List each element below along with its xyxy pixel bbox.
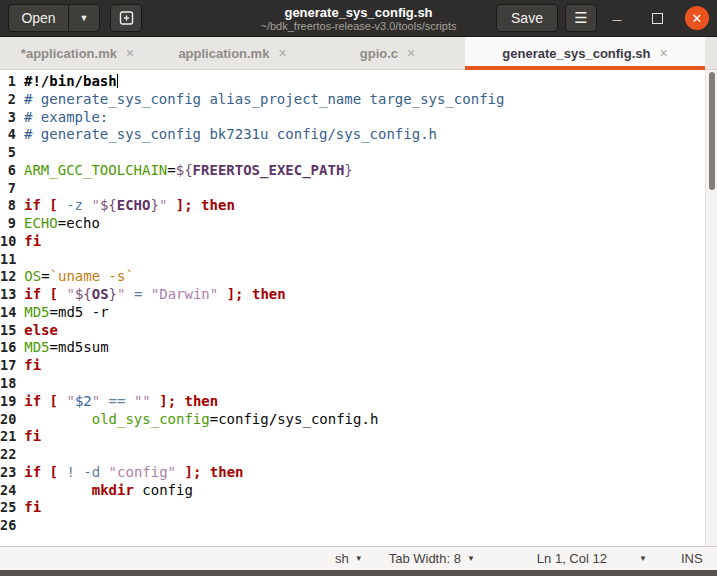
- code-line[interactable]: 24 mkdir config: [0, 482, 705, 500]
- code-line[interactable]: 14MD5=md5 -r: [0, 304, 705, 322]
- code-line[interactable]: 1#!/bin/bash: [0, 73, 705, 91]
- code-text: old_sys_config=config/sys_config.h: [16, 411, 378, 429]
- code-text: ECHO=echo: [16, 215, 100, 233]
- code-line[interactable]: 11: [0, 251, 705, 269]
- maximize-button[interactable]: [637, 13, 677, 24]
- tab-close-icon[interactable]: ×: [407, 45, 415, 61]
- new-document-icon: [119, 10, 134, 26]
- open-button[interactable]: Open: [8, 4, 68, 32]
- tab-close-icon[interactable]: ×: [278, 45, 286, 61]
- code-text: [16, 446, 24, 464]
- tab-label: application.mk: [178, 46, 269, 61]
- insert-mode-label: INS: [681, 551, 703, 566]
- editor-wrap: 1#!/bin/bash2# generate_sys_config alias…: [0, 70, 717, 546]
- code-line[interactable]: 22: [0, 446, 705, 464]
- goto-line-dropdown[interactable]: ▼: [639, 554, 647, 563]
- code-line[interactable]: 9ECHO=echo: [0, 215, 705, 233]
- code-line[interactable]: 13if [ "${OS}" = "Darwin" ]; then: [0, 286, 705, 304]
- status-bar: sh ▼ Tab Width: 8 ▼ Ln 1, Col 12 ▼ INS: [0, 546, 717, 570]
- open-button-group: Open ▼: [8, 4, 100, 32]
- code-line[interactable]: 3# example:: [0, 109, 705, 127]
- line-number: 26: [0, 517, 16, 535]
- code-editor[interactable]: 1#!/bin/bash2# generate_sys_config alias…: [0, 70, 705, 546]
- line-number: 3: [0, 109, 16, 127]
- gedit-window: Open ▼ generate_sys_config.sh ~/bdk_free…: [0, 0, 717, 576]
- line-number: 9: [0, 215, 16, 233]
- code-text: [16, 251, 24, 269]
- open-dropdown-button[interactable]: ▼: [68, 4, 100, 32]
- language-label: sh: [335, 551, 349, 566]
- line-number: 19: [0, 393, 16, 411]
- code-text: fi: [16, 357, 41, 375]
- line-number: 10: [0, 233, 16, 251]
- code-line[interactable]: 4# generate_sys_config bk7231u config/sy…: [0, 126, 705, 144]
- code-line[interactable]: 16MD5=md5sum: [0, 339, 705, 357]
- tab-width-label: Tab Width: 8: [389, 551, 461, 566]
- code-line[interactable]: 15else: [0, 322, 705, 340]
- line-number: 17: [0, 357, 16, 375]
- tab-label: *application.mk: [21, 46, 117, 61]
- code-text: else: [16, 322, 58, 340]
- chevron-down-icon: ▼: [467, 554, 475, 563]
- cursor-position[interactable]: Ln 1, Col 12: [537, 551, 607, 566]
- code-text: [16, 180, 24, 198]
- code-line[interactable]: 2# generate_sys_config alias_project_nam…: [0, 91, 705, 109]
- code-line[interactable]: 21fi: [0, 428, 705, 446]
- minimize-button[interactable]: ＿: [597, 9, 637, 27]
- tab-bar: *application.mk×application.mk×gpio.c×ge…: [0, 37, 717, 70]
- tab-generate-sys-config-sh[interactable]: generate_sys_config.sh×: [465, 37, 705, 69]
- code-line[interactable]: 12OS=`uname -s`: [0, 268, 705, 286]
- line-number: 24: [0, 482, 16, 500]
- code-text: mkdir config: [16, 482, 193, 500]
- chevron-down-icon: ▼: [80, 13, 89, 23]
- code-line[interactable]: 8if [ -z "${ECHO}" ]; then: [0, 197, 705, 215]
- window-subtitle: ~/bdk_freertos-release-v3.0/tools/script…: [261, 20, 457, 33]
- code-line[interactable]: 5: [0, 144, 705, 162]
- code-line[interactable]: 23if [ ! -d "config" ]; then: [0, 464, 705, 482]
- titlebar-right: Save ☰ ＿ ✕: [496, 4, 717, 32]
- line-number: 15: [0, 322, 16, 340]
- line-number: 16: [0, 339, 16, 357]
- code-line[interactable]: 10fi: [0, 233, 705, 251]
- save-button[interactable]: Save: [496, 4, 558, 32]
- code-line[interactable]: 19if [ "$2" == "" ]; then: [0, 393, 705, 411]
- line-number: 20: [0, 411, 16, 429]
- text-cursor: [117, 74, 118, 88]
- code-line[interactable]: 7: [0, 180, 705, 198]
- line-number: 8: [0, 197, 16, 215]
- scrollbar-thumb[interactable]: [709, 72, 715, 190]
- close-icon: ✕: [692, 11, 703, 26]
- chevron-down-icon: ▼: [355, 554, 363, 563]
- line-number: 7: [0, 180, 16, 198]
- tab--application-mk[interactable]: *application.mk×: [0, 37, 155, 69]
- new-document-button[interactable]: [110, 4, 142, 32]
- code-text: fi: [16, 233, 41, 251]
- tab-close-icon[interactable]: ×: [659, 45, 667, 61]
- code-text: ARM_GCC_TOOLCHAIN=${FREERTOS_EXEC_PATH}: [16, 162, 353, 180]
- code-line[interactable]: 6ARM_GCC_TOOLCHAIN=${FREERTOS_EXEC_PATH}: [0, 162, 705, 180]
- tab-close-icon[interactable]: ×: [126, 45, 134, 61]
- vertical-scrollbar[interactable]: [705, 70, 717, 546]
- code-line[interactable]: 20 old_sys_config=config/sys_config.h: [0, 411, 705, 429]
- insert-mode-indicator: INS: [681, 551, 703, 566]
- line-number: 22: [0, 446, 16, 464]
- tab-application-mk[interactable]: application.mk×: [155, 37, 310, 69]
- line-number: 13: [0, 286, 16, 304]
- code-text: # generate_sys_config bk7231u config/sys…: [16, 126, 437, 144]
- code-text: OS=`uname -s`: [16, 268, 134, 286]
- code-line[interactable]: 18: [0, 375, 705, 393]
- tab-width-dropdown[interactable]: Tab Width: 8 ▼: [389, 551, 475, 566]
- close-button[interactable]: ✕: [685, 6, 709, 30]
- code-line[interactable]: 25fi: [0, 499, 705, 517]
- tab-gpio-c[interactable]: gpio.c×: [310, 37, 465, 69]
- titlebar: Open ▼ generate_sys_config.sh ~/bdk_free…: [0, 0, 717, 37]
- code-text: if [ -z "${ECHO}" ]; then: [16, 197, 235, 215]
- line-number: 14: [0, 304, 16, 322]
- chevron-down-icon: ▼: [639, 554, 647, 563]
- code-line[interactable]: 26: [0, 517, 705, 535]
- menu-button[interactable]: ☰: [565, 4, 597, 32]
- code-line[interactable]: 17fi: [0, 357, 705, 375]
- language-dropdown[interactable]: sh ▼: [335, 551, 363, 566]
- line-number: 6: [0, 162, 16, 180]
- line-number: 2: [0, 91, 16, 109]
